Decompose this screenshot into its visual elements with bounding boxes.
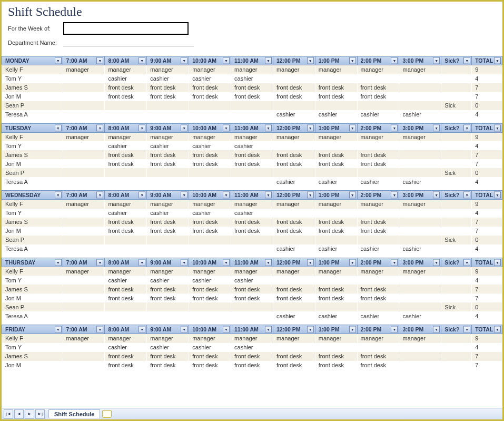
sick-header[interactable]: Sick?▼ <box>441 123 472 132</box>
shift-cell[interactable]: cashier <box>189 74 231 83</box>
hour-header[interactable]: 3:00 PM▼ <box>399 258 441 267</box>
shift-cell[interactable]: front desk <box>231 227 273 236</box>
shift-cell[interactable]: front desk <box>147 83 189 92</box>
hour-header[interactable]: 1:00 PM▼ <box>315 123 357 132</box>
shift-cell[interactable]: front desk <box>315 293 357 302</box>
hour-header[interactable]: 2:00 PM▼ <box>357 258 399 267</box>
shift-cell[interactable]: front desk <box>147 361 189 370</box>
employee-name-cell[interactable]: Kelly F <box>2 200 63 209</box>
nav-next-button[interactable]: ► <box>25 409 34 419</box>
shift-cell[interactable] <box>357 236 399 244</box>
employee-name-cell[interactable]: Tom Y <box>2 209 63 218</box>
shift-cell[interactable] <box>147 302 189 311</box>
filter-dropdown-icon[interactable]: ▼ <box>55 192 62 199</box>
filter-dropdown-icon[interactable]: ▼ <box>433 259 440 266</box>
hour-header[interactable]: 11:00 AM▼ <box>231 56 273 65</box>
shift-cell[interactable]: front desk <box>273 218 315 227</box>
shift-cell[interactable]: manager <box>399 65 441 74</box>
shift-cell[interactable] <box>63 141 105 150</box>
shift-cell[interactable]: manager <box>273 334 315 343</box>
total-header[interactable]: TOTAL▼ <box>472 191 502 200</box>
shift-cell[interactable]: manager <box>63 132 105 141</box>
hour-header[interactable]: 2:00 PM▼ <box>357 191 399 200</box>
shift-cell[interactable] <box>399 343 441 352</box>
shift-cell[interactable] <box>315 343 357 352</box>
shift-cell[interactable]: front desk <box>105 293 147 302</box>
shift-cell[interactable] <box>399 159 441 168</box>
filter-dropdown-icon[interactable]: ▼ <box>223 326 230 333</box>
shift-cell[interactable]: front desk <box>147 92 189 101</box>
employee-name-cell[interactable]: James S <box>2 83 63 92</box>
shift-cell[interactable]: manager <box>357 132 399 141</box>
filter-dropdown-icon[interactable]: ▼ <box>96 124 103 131</box>
day-header[interactable]: THURSDAY▼ <box>2 258 63 267</box>
shift-cell[interactable] <box>147 236 189 244</box>
shift-cell[interactable] <box>63 177 105 186</box>
week-input-box[interactable] <box>63 22 189 35</box>
shift-cell[interactable] <box>357 74 399 83</box>
shift-cell[interactable]: front desk <box>231 83 273 92</box>
shift-cell[interactable]: front desk <box>189 227 231 236</box>
shift-cell[interactable]: cashier <box>399 177 441 186</box>
shift-cell[interactable] <box>399 236 441 244</box>
shift-cell[interactable]: manager <box>399 132 441 141</box>
shift-cell[interactable]: front desk <box>273 83 315 92</box>
employee-name-cell[interactable]: James S <box>2 150 63 159</box>
filter-dropdown-icon[interactable]: ▼ <box>139 192 145 199</box>
shift-cell[interactable]: manager <box>273 267 315 276</box>
shift-cell[interactable]: manager <box>231 200 273 209</box>
shift-cell[interactable]: front desk <box>357 150 399 159</box>
shift-cell[interactable]: cashier <box>147 141 189 150</box>
filter-dropdown-icon[interactable]: ▼ <box>223 124 230 131</box>
filter-dropdown-icon[interactable]: ▼ <box>494 192 501 199</box>
shift-cell[interactable] <box>63 276 105 285</box>
filter-dropdown-icon[interactable]: ▼ <box>433 326 440 333</box>
shift-cell[interactable] <box>399 92 441 101</box>
shift-cell[interactable]: cashier <box>357 244 399 253</box>
shift-cell[interactable]: front desk <box>105 361 147 370</box>
sick-cell[interactable]: Sick <box>441 101 472 110</box>
filter-dropdown-icon[interactable]: ▼ <box>463 192 470 199</box>
shift-cell[interactable] <box>189 177 231 186</box>
hour-header[interactable]: 1:00 PM▼ <box>315 258 357 267</box>
shift-cell[interactable]: front desk <box>357 285 399 293</box>
shift-cell[interactable]: manager <box>189 132 231 141</box>
shift-cell[interactable]: manager <box>399 334 441 343</box>
shift-cell[interactable]: front desk <box>189 218 231 227</box>
shift-cell[interactable]: front desk <box>357 218 399 227</box>
shift-cell[interactable] <box>231 110 273 119</box>
shift-cell[interactable]: cashier <box>357 110 399 119</box>
shift-cell[interactable] <box>399 150 441 159</box>
filter-dropdown-icon[interactable]: ▼ <box>96 57 103 64</box>
shift-cell[interactable] <box>189 110 231 119</box>
hour-header[interactable]: 12:00 PM▼ <box>273 325 315 334</box>
total-cell[interactable]: 4 <box>472 110 502 119</box>
sick-header[interactable]: Sick?▼ <box>441 325 472 334</box>
sick-cell[interactable] <box>441 159 472 168</box>
shift-cell[interactable] <box>231 236 273 244</box>
shift-cell[interactable] <box>63 311 105 320</box>
total-header[interactable]: TOTAL▼ <box>472 123 502 132</box>
shift-cell[interactable]: manager <box>105 132 147 141</box>
shift-cell[interactable]: manager <box>189 200 231 209</box>
shift-cell[interactable] <box>315 141 357 150</box>
total-cell[interactable]: 7 <box>472 92 502 101</box>
shift-cell[interactable]: cashier <box>273 244 315 253</box>
hour-header[interactable]: 11:00 AM▼ <box>231 258 273 267</box>
total-cell[interactable]: 4 <box>472 209 502 218</box>
filter-dropdown-icon[interactable]: ▼ <box>494 259 501 266</box>
shift-cell[interactable] <box>357 168 399 177</box>
employee-name-cell[interactable]: Jon M <box>2 293 63 302</box>
shift-cell[interactable] <box>63 92 105 101</box>
hour-header[interactable]: 3:00 PM▼ <box>399 56 441 65</box>
shift-cell[interactable]: front desk <box>231 159 273 168</box>
shift-cell[interactable]: front desk <box>231 285 273 293</box>
day-header[interactable]: MONDAY▼ <box>2 56 63 65</box>
shift-cell[interactable]: front desk <box>105 92 147 101</box>
shift-cell[interactable]: front desk <box>105 227 147 236</box>
filter-dropdown-icon[interactable]: ▼ <box>265 57 272 64</box>
filter-dropdown-icon[interactable]: ▼ <box>349 124 356 131</box>
shift-cell[interactable]: front desk <box>315 218 357 227</box>
employee-name-cell[interactable]: Teresa A <box>2 110 63 119</box>
shift-cell[interactable]: manager <box>105 267 147 276</box>
